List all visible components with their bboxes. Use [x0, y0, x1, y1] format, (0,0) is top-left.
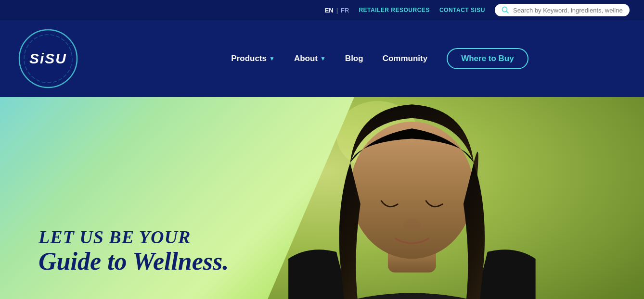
nav-blog[interactable]: Blog: [345, 54, 363, 63]
logo-area[interactable]: SiSU: [14, 25, 111, 92]
products-chevron-icon: ▼: [269, 55, 275, 62]
contact-sisu-link[interactable]: CONTACT SISU: [439, 7, 485, 13]
svg-line-1: [507, 12, 509, 13]
lang-fr[interactable]: FR: [341, 7, 349, 14]
logo[interactable]: SiSU: [14, 25, 82, 92]
retailer-resources-link[interactable]: RETAILER RESOURCES: [359, 7, 429, 13]
where-to-buy-button[interactable]: Where to Buy: [447, 48, 528, 69]
hero-line2: Guide to Wellness.: [39, 248, 229, 275]
header: SiSU Products ▼ About ▼ Blog Community W…: [0, 20, 644, 97]
language-selector[interactable]: EN | FR: [325, 7, 349, 14]
lang-separator: |: [336, 7, 338, 14]
nav-about[interactable]: About ▼: [294, 54, 326, 63]
svg-point-0: [502, 7, 507, 12]
main-nav: Products ▼ About ▼ Blog Community Where …: [111, 48, 630, 69]
top-bar: EN | FR RETAILER RESOURCES CONTACT SISU: [0, 0, 644, 20]
search-bar[interactable]: [495, 4, 630, 16]
top-nav-links: RETAILER RESOURCES CONTACT SISU: [359, 7, 485, 13]
search-icon: [502, 6, 509, 14]
nav-community[interactable]: Community: [383, 54, 428, 63]
search-input[interactable]: [513, 7, 623, 14]
svg-point-12: [350, 122, 474, 259]
svg-point-13: [404, 219, 420, 230]
hero-section: LET US BE YOUR Guide to Wellness.: [0, 97, 644, 299]
hero-text: LET US BE YOUR Guide to Wellness.: [39, 226, 229, 275]
about-chevron-icon: ▼: [320, 55, 326, 62]
hero-line1: LET US BE YOUR: [39, 226, 229, 248]
nav-products[interactable]: Products ▼: [231, 54, 275, 63]
lang-en[interactable]: EN: [325, 7, 334, 14]
logo-text: SiSU: [29, 50, 67, 67]
